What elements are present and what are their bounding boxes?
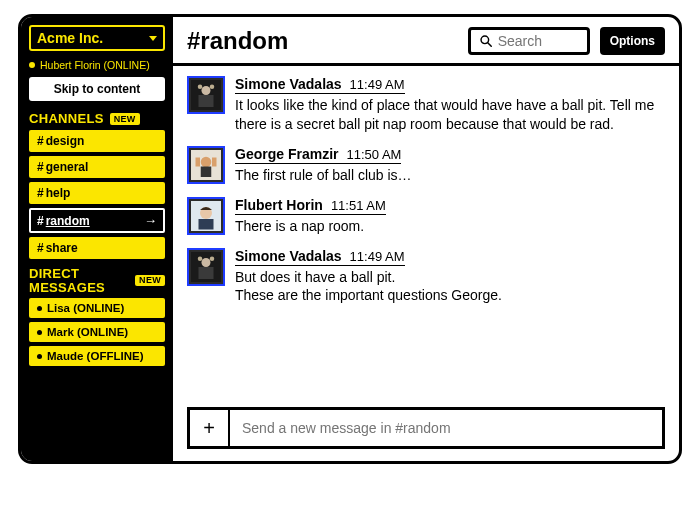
presence-dot-icon xyxy=(37,306,42,311)
sidebar: Acme Inc. Hubert Florin (ONLINE) Skip to… xyxy=(21,17,173,461)
search-icon xyxy=(479,34,493,48)
svg-point-19 xyxy=(210,256,215,261)
sidebar-channel-random[interactable]: #random→ xyxy=(29,208,165,233)
app-window: Acme Inc. Hubert Florin (ONLINE) Skip to… xyxy=(18,14,682,464)
message-header: Flubert Horin11:51 AM xyxy=(235,197,386,215)
message-author[interactable]: Simone Vadalas xyxy=(235,76,342,92)
hash-icon: # xyxy=(37,134,44,148)
arrow-right-icon: → xyxy=(144,213,157,228)
channels-heading: CHANNELS NEW xyxy=(29,111,165,126)
dms-heading: DIRECT MESSAGES NEW xyxy=(29,267,165,294)
search-box[interactable] xyxy=(468,27,590,55)
channel-label: help xyxy=(46,186,71,200)
svg-rect-9 xyxy=(201,166,212,177)
channels-new-badge: NEW xyxy=(110,113,140,125)
options-button[interactable]: Options xyxy=(600,27,665,55)
message: Simone Vadalas11:49 AMIt looks like the … xyxy=(187,76,665,134)
svg-point-8 xyxy=(201,157,212,168)
sidebar-channel-share[interactable]: #share xyxy=(29,237,165,259)
svg-point-3 xyxy=(202,86,211,95)
user-presence: Hubert Florin (ONLINE) xyxy=(29,59,165,71)
message-author[interactable]: Simone Vadalas xyxy=(235,248,342,264)
avatar[interactable] xyxy=(187,248,225,286)
message-composer: + xyxy=(187,407,665,449)
avatar[interactable] xyxy=(187,146,225,184)
message: Flubert Horin11:51 AMThere is a nap room… xyxy=(187,197,665,236)
message: Simone Vadalas11:49 AMBut does it have a… xyxy=(187,248,665,306)
message-body: Simone Vadalas11:49 AMIt looks like the … xyxy=(235,76,665,134)
presence-dot-icon xyxy=(29,62,35,68)
composer-input[interactable] xyxy=(230,410,662,446)
message-header: Simone Vadalas11:49 AM xyxy=(235,248,405,266)
channel-title: #random xyxy=(187,27,288,55)
composer-add-button[interactable]: + xyxy=(190,410,230,446)
message-list: Simone Vadalas11:49 AMIt looks like the … xyxy=(173,66,679,407)
dm-label: Mark (ONLINE) xyxy=(47,326,128,338)
svg-rect-17 xyxy=(199,267,214,279)
channel-header: #random Options xyxy=(173,17,679,66)
hash-icon: # xyxy=(37,241,44,255)
sidebar-dm-item[interactable]: Lisa (ONLINE) xyxy=(29,298,165,318)
skip-to-content-button[interactable]: Skip to content xyxy=(29,77,165,101)
avatar[interactable] xyxy=(187,197,225,235)
message: George Framzir11:50 AMThe first rule of … xyxy=(187,146,665,185)
channel-label: random xyxy=(46,214,90,228)
dm-label: Maude (OFFLINE) xyxy=(47,350,143,362)
hash-icon: # xyxy=(37,186,44,200)
presence-dot-icon xyxy=(37,354,42,359)
message-time: 11:51 AM xyxy=(331,198,386,213)
sidebar-channel-help[interactable]: #help xyxy=(29,182,165,204)
svg-rect-4 xyxy=(199,95,214,107)
svg-rect-10 xyxy=(196,157,201,166)
svg-point-18 xyxy=(198,256,203,261)
message-time: 11:50 AM xyxy=(346,147,401,162)
svg-point-16 xyxy=(202,258,211,267)
sidebar-channel-design[interactable]: #design xyxy=(29,130,165,152)
svg-rect-11 xyxy=(212,157,217,166)
channel-list: #design#general#help#random→#share xyxy=(29,130,165,259)
message-author[interactable]: George Framzir xyxy=(235,146,338,162)
svg-line-1 xyxy=(487,43,491,47)
channel-label: design xyxy=(46,134,85,148)
user-presence-label: Hubert Florin (ONLINE) xyxy=(40,59,150,71)
plus-icon: + xyxy=(203,417,215,440)
main-pane: #random Options Simone Vadalas11:49 AMIt… xyxy=(173,17,679,461)
workspace-selector[interactable]: Acme Inc. xyxy=(29,25,165,51)
message-body: Simone Vadalas11:49 AMBut does it have a… xyxy=(235,248,665,306)
message-text: There is a nap room. xyxy=(235,217,665,236)
presence-dot-icon xyxy=(37,330,42,335)
dms-new-badge: NEW xyxy=(135,275,165,286)
avatar[interactable] xyxy=(187,76,225,114)
message-text: The first rule of ball club is… xyxy=(235,166,665,185)
channels-heading-label: CHANNELS xyxy=(29,111,104,126)
svg-point-6 xyxy=(210,85,215,90)
svg-point-5 xyxy=(198,85,203,90)
message-time: 11:49 AM xyxy=(350,77,405,92)
channel-label: share xyxy=(46,241,78,255)
sidebar-dm-item[interactable]: Maude (OFFLINE) xyxy=(29,346,165,366)
hash-icon: # xyxy=(37,214,44,228)
message-text: It looks like the kind of place that wou… xyxy=(235,96,665,134)
workspace-name: Acme Inc. xyxy=(37,30,103,46)
message-time: 11:49 AM xyxy=(350,249,405,264)
message-header: George Framzir11:50 AM xyxy=(235,146,401,164)
message-body: Flubert Horin11:51 AMThere is a nap room… xyxy=(235,197,665,236)
search-input[interactable] xyxy=(498,33,579,49)
message-header: Simone Vadalas11:49 AM xyxy=(235,76,405,94)
message-text: But does it have a ball pit.These are th… xyxy=(235,268,665,306)
message-body: George Framzir11:50 AMThe first rule of … xyxy=(235,146,665,185)
chevron-down-icon xyxy=(149,36,157,41)
channel-label: general xyxy=(46,160,89,174)
message-author[interactable]: Flubert Horin xyxy=(235,197,323,213)
svg-rect-14 xyxy=(199,219,214,230)
sidebar-channel-general[interactable]: #general xyxy=(29,156,165,178)
dm-list: Lisa (ONLINE)Mark (ONLINE)Maude (OFFLINE… xyxy=(29,298,165,366)
hash-icon: # xyxy=(37,160,44,174)
sidebar-dm-item[interactable]: Mark (ONLINE) xyxy=(29,322,165,342)
dm-label: Lisa (ONLINE) xyxy=(47,302,124,314)
dms-heading-label: DIRECT MESSAGES xyxy=(29,267,129,294)
